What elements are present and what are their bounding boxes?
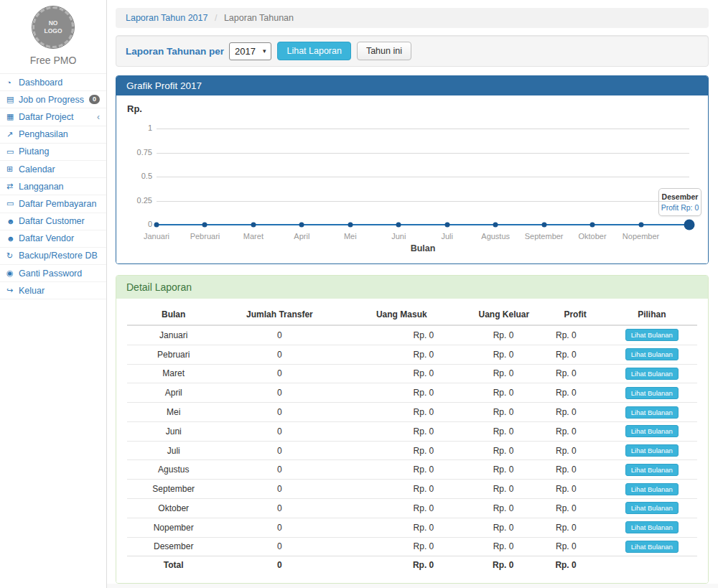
column-header-uang-masuk: Uang Masuk [339, 304, 464, 325]
cell-uang-keluar: Rp. 0 [464, 537, 544, 556]
sidebar-item-ganti-password[interactable]: ◉Ganti Password [0, 265, 106, 282]
cell-uang-masuk: Rp. 0 [339, 499, 464, 518]
cell-bulan: Desember [127, 537, 220, 556]
data-point-september[interactable] [541, 223, 546, 228]
view-report-button[interactable]: Lihat Laporan [277, 42, 350, 60]
brand-name: Free PMO [0, 55, 106, 66]
x-axis-title: Bulan [157, 243, 689, 253]
cell-uang-masuk: Rp. 0 [339, 460, 464, 480]
lihat-bulanan-button[interactable]: Lihat Bulanan [625, 387, 679, 399]
report-table-body: Januari0Rp. 0Rp. 0Rp. 0Lihat BulananPebr… [127, 325, 697, 556]
cell-profit: Rp. 0 [544, 499, 606, 518]
breadcrumb-link[interactable]: Laporan Tahun 2017 [126, 13, 208, 23]
cell-jumlah-transfer: 0 [220, 383, 339, 403]
lihat-bulanan-button[interactable]: Lihat Bulanan [625, 406, 679, 419]
logo: NO LOGO Free PMO [0, 0, 106, 73]
data-point-juni[interactable] [396, 223, 401, 228]
data-point-januari[interactable] [154, 223, 159, 228]
gridline [157, 129, 689, 129]
sidebar-item-label: Langganan [19, 182, 100, 192]
sidebar-item-daftar-vendor[interactable]: ☻Daftar Vendor [0, 230, 106, 248]
sidebar-item-keluar[interactable]: ↪Keluar [0, 282, 106, 299]
sidebar-item-piutang[interactable]: ▭Piutang [0, 144, 106, 161]
table-icon: ▦ [6, 112, 19, 121]
detail-panel-body: BulanJumlah TransferUang MasukUang Kelua… [116, 299, 708, 583]
lihat-bulanan-button[interactable]: Lihat Bulanan [625, 502, 679, 514]
sidebar-item-label: Daftar Project [19, 112, 97, 122]
sidebar-item-calendar[interactable]: ⊞Calendar [0, 161, 106, 178]
cell-bulan: Januari [127, 325, 220, 345]
sidebar-item-daftar-customer[interactable]: ☻Daftar Customer [0, 213, 106, 230]
tooltip-month: Desember [661, 192, 699, 201]
total-uang-keluar: Rp. 0 [464, 556, 544, 573]
year-select-value: 2017 [235, 46, 256, 57]
cell-bulan: Oktober [127, 499, 220, 518]
y-tick-label: 1 [116, 123, 152, 132]
data-point-juli[interactable] [444, 223, 449, 228]
cell-uang-masuk: Rp. 0 [339, 441, 464, 460]
profit-series-line [157, 224, 689, 225]
column-header-jumlah-transfer: Jumlah Transfer [220, 304, 339, 325]
lihat-bulanan-button[interactable]: Lihat Bulanan [625, 444, 679, 457]
calendar-icon: ⊞ [6, 164, 19, 174]
sidebar-item-dashboard[interactable]: ◔Dashboard [0, 74, 106, 91]
table-header-row: BulanJumlah TransferUang MasukUang Kelua… [127, 304, 697, 325]
lihat-bulanan-button[interactable]: Lihat Bulanan [625, 368, 679, 380]
sidebar-item-label: Dashboard [19, 78, 100, 88]
report-period-label: Laporan Tahunan per [126, 46, 224, 57]
year-select[interactable]: 2017 ▾ [229, 42, 271, 60]
y-tick-label: 0.75 [116, 148, 152, 157]
cell-uang-keluar: Rp. 0 [464, 480, 544, 499]
data-point-pebruari[interactable] [202, 223, 208, 228]
table-row: April0Rp. 0Rp. 0Rp. 0Lihat Bulanan [127, 383, 697, 403]
cell-profit: Rp. 0 [544, 518, 606, 537]
lihat-bulanan-button[interactable]: Lihat Bulanan [625, 483, 679, 495]
data-point-maret[interactable] [251, 223, 256, 228]
lihat-bulanan-button[interactable]: Lihat Bulanan [625, 329, 679, 341]
cell-profit: Rp. 0 [544, 421, 606, 441]
no-logo-badge: NO LOGO [32, 6, 74, 48]
table-row: Juni0Rp. 0Rp. 0Rp. 0Lihat Bulanan [127, 421, 697, 441]
lihat-bulanan-button[interactable]: Lihat Bulanan [625, 521, 679, 533]
sidebar-item-backup-restore-db[interactable]: ↻Backup/Restore DB [0, 248, 106, 265]
cell-jumlah-transfer: 0 [220, 441, 339, 460]
cell-profit: Rp. 0 [544, 364, 606, 383]
data-point-mei[interactable] [348, 223, 353, 228]
lihat-bulanan-button[interactable]: Lihat Bulanan [625, 464, 679, 476]
cell-jumlah-transfer: 0 [220, 345, 339, 364]
chevron-down-icon: ▾ [263, 47, 266, 55]
sidebar-item-penghasilan[interactable]: ↗Penghasilan [0, 126, 106, 144]
y-tick-label: 0.5 [116, 172, 152, 180]
table-row: Nopember0Rp. 0Rp. 0Rp. 0Lihat Bulanan [127, 518, 697, 537]
cell-profit: Rp. 0 [544, 460, 606, 480]
lihat-bulanan-button[interactable]: Lihat Bulanan [625, 348, 679, 360]
this-year-button[interactable]: Tahun ini [357, 42, 411, 60]
data-point-nopember[interactable] [638, 223, 643, 228]
cell-jumlah-transfer: 0 [220, 537, 339, 556]
chart-plot: Rp. Bulan Desember Profit Rp: 0 00.250.5… [116, 95, 708, 263]
sidebar-item-daftar-pembayaran[interactable]: ▭Daftar Pembayaran [0, 195, 106, 213]
data-point-oktober[interactable] [590, 223, 595, 228]
data-point-desember[interactable] [684, 220, 695, 230]
sidebar-item-daftar-project[interactable]: ▦Daftar Project‹ [0, 108, 106, 126]
sidebar-item-label: Daftar Pembayaran [19, 199, 100, 209]
footer: Powered by Free PMO, and developed with … [107, 584, 718, 588]
lihat-bulanan-button[interactable]: Lihat Bulanan [625, 425, 679, 437]
cell-bulan: Mei [127, 403, 220, 422]
y-tick-label: 0 [116, 220, 152, 228]
data-point-april[interactable] [299, 223, 304, 228]
x-tick-label: Nopember [611, 232, 671, 241]
breadcrumb: Laporan Tahun 2017 / Laporan Tahunan [116, 8, 709, 28]
sidebar: NO LOGO Free PMO ◔Dashboard▤Job on Progr… [0, 0, 107, 588]
cell-pilihan: Lihat Bulanan [607, 441, 697, 460]
lihat-bulanan-button[interactable]: Lihat Bulanan [625, 541, 679, 553]
sidebar-item-langganan[interactable]: ⇄Langganan [0, 178, 106, 195]
cell-bulan: September [127, 480, 220, 499]
detail-report-panel: Detail Laporan BulanJumlah TransferUang … [116, 275, 709, 584]
sidebar-item-job-on-progress[interactable]: ▤Job on Progress0 [0, 91, 106, 108]
data-point-agustus[interactable] [493, 223, 498, 228]
cell-uang-keluar: Rp. 0 [464, 518, 544, 537]
total-profit: Rp. 0 [544, 556, 606, 573]
cell-bulan: April [127, 383, 220, 403]
chevron-left-icon: ‹ [97, 112, 100, 122]
